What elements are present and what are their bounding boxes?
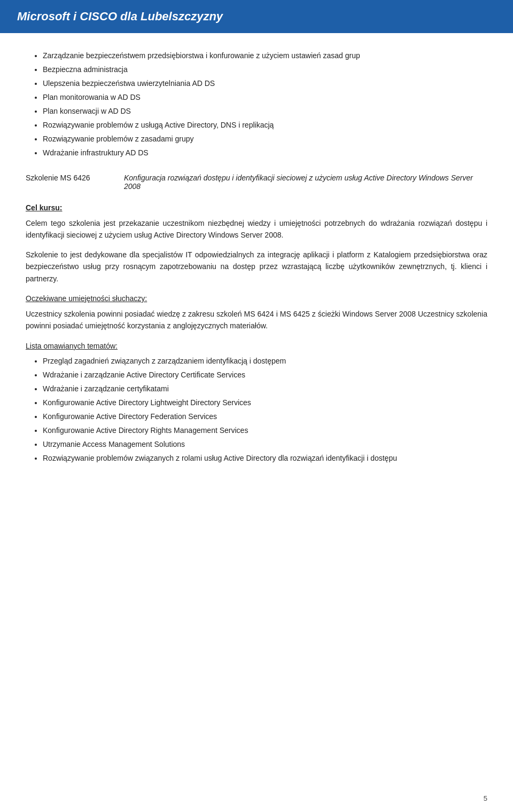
- list-item: Ulepszenia bezpieczeństwa uwierzytelnian…: [43, 78, 487, 89]
- cel-kursu-label: Cel kursu:: [26, 203, 487, 212]
- szkolenie-description: Konfiguracja rozwiązań dostępu i identyf…: [124, 174, 487, 191]
- lista-bullet-list: Przegląd zagadnień związanych z zarządza…: [26, 356, 487, 464]
- list-item: Utrzymanie Access Management Solutions: [43, 439, 487, 450]
- list-item: Bezpieczna administracja: [43, 64, 487, 75]
- cel-kursu-paragraph: Celem tego szkolenia jest przekazanie uc…: [26, 217, 487, 241]
- list-item: Konfigurowanie Active Directory Lightwei…: [43, 397, 487, 408]
- cel-kursu-paragraph: Szkolenie to jest dedykowane dla specjal…: [26, 249, 487, 285]
- cel-kursu-paragraphs: Celem tego szkolenia jest przekazanie uc…: [26, 217, 487, 285]
- header-bar: Microsoft i CISCO dla Lubelszczyzny: [0, 0, 513, 33]
- list-item: Wdrażanie i zarządzanie Active Directory…: [43, 369, 487, 381]
- list-item: Rozwiązywanie problemów związanych z rol…: [43, 453, 487, 464]
- intro-bullet-list: Zarządzanie bezpieczeństwem przedsiębior…: [26, 50, 487, 159]
- page-title: Microsoft i CISCO dla Lubelszczyzny: [17, 10, 496, 23]
- list-item: Plan konserwacji w AD DS: [43, 106, 487, 117]
- list-item: Zarządzanie bezpieczeństwem przedsiębior…: [43, 50, 487, 61]
- szkolenie-label: Szkolenie MS 6426: [26, 174, 111, 191]
- list-item: Rozwiązywanie problemów z usługą Active …: [43, 120, 487, 131]
- oczekiwane-paragraph: Uczestnicy szkolenia powinni posiadać wi…: [26, 308, 487, 332]
- list-item: Plan monitorowania w AD DS: [43, 92, 487, 103]
- list-item: Wdrażanie infrastruktury AD DS: [43, 147, 487, 159]
- lista-bullet-section: Przegląd zagadnień związanych z zarządza…: [26, 356, 487, 464]
- list-item: Konfigurowanie Active Directory Rights M…: [43, 425, 487, 436]
- intro-bullet-section: Zarządzanie bezpieczeństwem przedsiębior…: [26, 50, 487, 159]
- lista-title: Lista omawianych tematów:: [26, 342, 487, 350]
- main-content: Zarządzanie bezpieczeństwem przedsiębior…: [0, 50, 513, 500]
- list-item: Wdrażanie i zarządzanie certyfikatami: [43, 383, 487, 395]
- list-item: Konfigurowanie Active Directory Federati…: [43, 411, 487, 422]
- list-item: Rozwiązywanie problemów z zasadami grupy: [43, 133, 487, 145]
- oczekiwane-title: Oczekiwane umiejętności słuchaczy:: [26, 294, 487, 303]
- page-number: 5: [484, 794, 487, 802]
- list-item: Przegląd zagadnień związanych z zarządza…: [43, 356, 487, 367]
- szkolenie-row: Szkolenie MS 6426 Konfiguracja rozwiązań…: [26, 174, 487, 191]
